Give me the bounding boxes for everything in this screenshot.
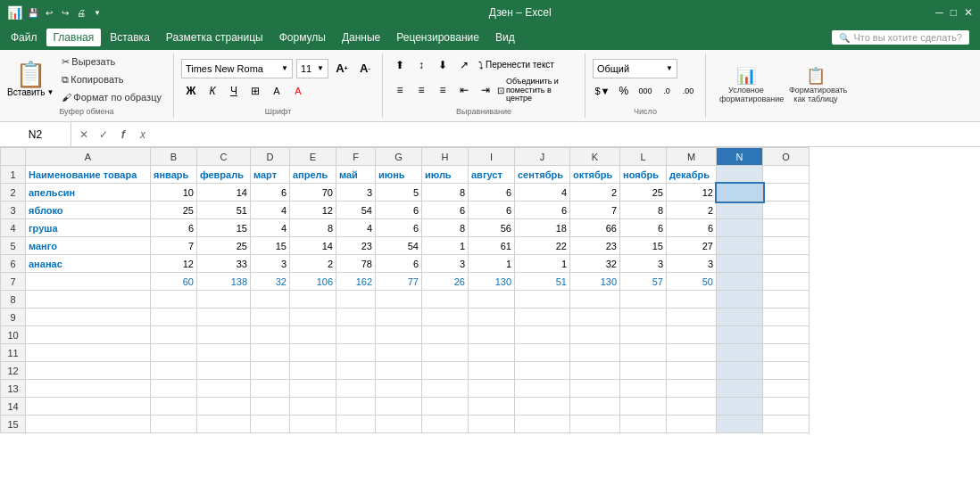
- cell-L14[interactable]: [620, 398, 667, 416]
- cell-C6[interactable]: 33: [197, 255, 251, 273]
- cell-L13[interactable]: [620, 380, 667, 398]
- cell-B5[interactable]: 7: [151, 237, 197, 255]
- cell-L12[interactable]: [620, 362, 667, 380]
- cell-A4[interactable]: груша: [26, 219, 151, 237]
- border-btn[interactable]: ⊞: [245, 81, 265, 101]
- cell-I15[interactable]: [469, 416, 515, 433]
- col-header-I[interactable]: I: [469, 148, 515, 166]
- font-color-btn[interactable]: A: [288, 81, 308, 101]
- cancel-formula-icon[interactable]: ✕: [75, 126, 93, 144]
- align-middle-btn[interactable]: ↕: [411, 55, 431, 75]
- col-header-O[interactable]: O: [763, 148, 810, 166]
- cell-D13[interactable]: [251, 380, 290, 398]
- cell-O8[interactable]: [763, 291, 810, 309]
- insert-function-icon[interactable]: f: [114, 126, 132, 144]
- cell-N8[interactable]: [717, 291, 763, 309]
- cell-M13[interactable]: [667, 380, 717, 398]
- cell-H14[interactable]: [422, 398, 469, 416]
- cell-N12[interactable]: [717, 362, 763, 380]
- decrease-indent-btn[interactable]: ⇤: [454, 80, 474, 100]
- cell-E4[interactable]: 8: [290, 219, 336, 237]
- cell-N13[interactable]: [717, 380, 763, 398]
- col-header-C[interactable]: C: [197, 148, 251, 166]
- cell-H15[interactable]: [422, 416, 469, 433]
- col-header-K[interactable]: K: [570, 148, 620, 166]
- cell-M15[interactable]: [667, 416, 717, 433]
- cell-G3[interactable]: 6: [376, 202, 422, 219]
- cell-L8[interactable]: [620, 291, 667, 309]
- cell-J15[interactable]: [515, 416, 570, 433]
- cell-B14[interactable]: [151, 398, 197, 416]
- cell-G10[interactable]: [376, 326, 422, 344]
- align-center-btn[interactable]: ≡: [411, 80, 431, 100]
- cell-D1[interactable]: март: [251, 166, 290, 184]
- cell-H3[interactable]: 6: [422, 202, 469, 219]
- cell-C11[interactable]: [197, 344, 251, 362]
- cell-H1[interactable]: июль: [422, 166, 469, 184]
- cell-G9[interactable]: [376, 309, 422, 326]
- cell-K8[interactable]: [570, 291, 620, 309]
- cell-N2[interactable]: [717, 184, 763, 202]
- cell-B7[interactable]: 60: [151, 273, 197, 291]
- percent-btn[interactable]: %: [614, 81, 634, 101]
- cell-D4[interactable]: 4: [251, 219, 290, 237]
- col-header-E[interactable]: E: [290, 148, 336, 166]
- cell-O2[interactable]: [763, 184, 810, 202]
- menu-home[interactable]: Главная: [46, 29, 102, 46]
- merge-center-btn[interactable]: ⊡ Объединить и поместить в центре: [497, 78, 577, 104]
- cell-L10[interactable]: [620, 326, 667, 344]
- menu-file[interactable]: Файл: [4, 29, 45, 46]
- cell-C4[interactable]: 15: [197, 219, 251, 237]
- cell-A2[interactable]: апельсин: [26, 184, 151, 202]
- menu-formulas[interactable]: Формулы: [272, 29, 333, 46]
- menu-insert[interactable]: Вставка: [103, 29, 157, 46]
- print-icon[interactable]: 🖨: [74, 5, 88, 20]
- undo-icon[interactable]: ↩: [42, 5, 56, 20]
- cell-D14[interactable]: [251, 398, 290, 416]
- cell-E13[interactable]: [290, 380, 336, 398]
- cell-E11[interactable]: [290, 344, 336, 362]
- col-header-B[interactable]: B: [151, 148, 197, 166]
- cell-H6[interactable]: 3: [422, 255, 469, 273]
- cell-D10[interactable]: [251, 326, 290, 344]
- cell-D6[interactable]: 3: [251, 255, 290, 273]
- cell-F11[interactable]: [336, 344, 376, 362]
- col-header-M[interactable]: M: [667, 148, 717, 166]
- cell-M6[interactable]: 3: [667, 255, 717, 273]
- decrease-font-btn[interactable]: A-: [355, 59, 375, 78]
- cell-C3[interactable]: 51: [197, 202, 251, 219]
- cell-K15[interactable]: [570, 416, 620, 433]
- cell-J5[interactable]: 22: [515, 237, 570, 255]
- menu-data[interactable]: Данные: [335, 29, 387, 46]
- cell-A6[interactable]: ананас: [26, 255, 151, 273]
- cell-L9[interactable]: [620, 309, 667, 326]
- cell-D12[interactable]: [251, 362, 290, 380]
- cell-E14[interactable]: [290, 398, 336, 416]
- align-left-btn[interactable]: ≡: [390, 80, 410, 100]
- col-header-G[interactable]: G: [376, 148, 422, 166]
- cell-A12[interactable]: [26, 362, 151, 380]
- cell-C2[interactable]: 14: [197, 184, 251, 202]
- cell-L7[interactable]: 57: [620, 273, 667, 291]
- format-as-table-btn[interactable]: 📋 Форматировать как таблицу: [783, 60, 849, 110]
- cell-O10[interactable]: [763, 326, 810, 344]
- cell-G4[interactable]: 6: [376, 219, 422, 237]
- cell-D8[interactable]: [251, 291, 290, 309]
- menu-review[interactable]: Рецензирование: [389, 29, 486, 46]
- more-icon[interactable]: ▼: [90, 5, 104, 20]
- cell-H2[interactable]: 8: [422, 184, 469, 202]
- cell-B9[interactable]: [151, 309, 197, 326]
- cell-K6[interactable]: 32: [570, 255, 620, 273]
- cell-D15[interactable]: [251, 416, 290, 433]
- cell-N3[interactable]: [717, 202, 763, 219]
- cell-G12[interactable]: [376, 362, 422, 380]
- cell-O13[interactable]: [763, 380, 810, 398]
- cell-B10[interactable]: [151, 326, 197, 344]
- cell-M9[interactable]: [667, 309, 717, 326]
- cell-I6[interactable]: 1: [469, 255, 515, 273]
- cell-C8[interactable]: [197, 291, 251, 309]
- cell-B15[interactable]: [151, 416, 197, 433]
- cell-F10[interactable]: [336, 326, 376, 344]
- cell-N15[interactable]: [717, 416, 763, 433]
- cell-H4[interactable]: 8: [422, 219, 469, 237]
